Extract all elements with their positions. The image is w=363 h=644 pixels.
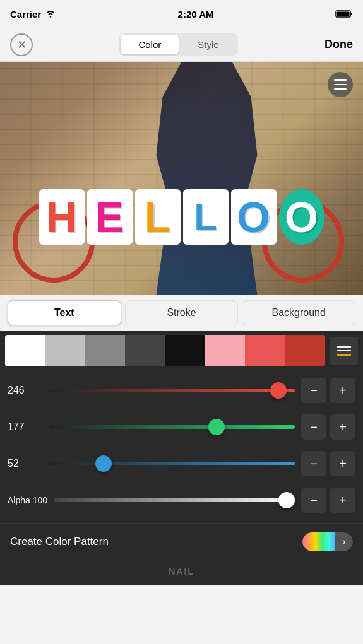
person-silhouette (144, 62, 270, 295)
alpha-slider-track-container[interactable] (54, 486, 295, 514)
toolbar: ✕ Color Style Done (0, 28, 363, 62)
blue-increment-button[interactable]: + (330, 451, 355, 476)
alpha-slider-track (54, 498, 295, 502)
preview-background: H E L L O O (0, 62, 363, 295)
color-panel: 246 − + 177 − + (0, 331, 363, 585)
swatch-menu-line-1 (337, 346, 351, 348)
tab-stroke[interactable]: Stroke (125, 300, 239, 325)
alpha-decrement-button[interactable]: − (301, 488, 326, 513)
letter-H: H (39, 189, 85, 245)
status-bar-right (335, 9, 353, 18)
green-slider-controls: − + (301, 414, 355, 440)
green-slider-track (49, 425, 295, 429)
letter-L2: O (231, 189, 277, 245)
blue-value-label: 52 (8, 458, 42, 469)
green-value-label: 177 (8, 421, 42, 433)
red-slider-row: 246 − + (8, 374, 355, 407)
create-pattern-label: Create Color Pattern (10, 536, 109, 548)
letter-O: O (279, 189, 324, 245)
color-swatches-row (0, 331, 363, 370)
green-decrement-button[interactable]: − (301, 414, 326, 440)
close-button[interactable]: ✕ (10, 33, 33, 56)
svg-rect-3 (336, 12, 349, 16)
wifi-icon (45, 9, 56, 18)
swatch-mid-gray[interactable] (85, 335, 125, 366)
red-decrement-button[interactable]: − (301, 378, 326, 403)
preview-menu-icon[interactable] (328, 72, 353, 97)
menu-line-2 (334, 84, 347, 85)
red-value-label: 246 (8, 385, 42, 396)
close-icon: ✕ (17, 38, 27, 52)
red-slider-track (49, 389, 295, 392)
segment-tabs: Text Stroke Background (0, 295, 363, 331)
swatch-mid-red[interactable] (245, 335, 285, 366)
alpha-slider-thumb[interactable] (278, 492, 295, 508)
blue-slider-controls: − + (301, 451, 355, 476)
battery-icon (335, 9, 353, 18)
swatch-white[interactable] (5, 335, 45, 366)
green-slider-row: 177 − + (8, 411, 355, 443)
blue-slider-thumb[interactable] (95, 455, 112, 472)
swatch-menu-accent (337, 354, 351, 356)
swatch-black[interactable] (165, 335, 205, 366)
status-bar-time: 2:20 AM (178, 9, 214, 20)
swatch-menu-button[interactable] (330, 337, 358, 365)
swatch-dark-gray[interactable] (125, 335, 165, 366)
letter-dash: L (183, 189, 229, 245)
done-button[interactable]: Done (324, 38, 353, 51)
green-increment-button[interactable]: + (330, 414, 355, 440)
blue-decrement-button[interactable]: − (301, 451, 326, 476)
menu-line-1 (334, 79, 347, 81)
slider-section: 246 − + 177 − + (0, 370, 363, 523)
swatch-light-pink[interactable] (205, 335, 245, 366)
letter-E: E (87, 189, 133, 245)
blue-slider-track (49, 462, 295, 465)
red-slider-thumb[interactable] (270, 382, 287, 399)
preview-area: H E L L O O (0, 62, 363, 295)
alpha-slider-row: Alpha 100 − + (8, 484, 355, 517)
alpha-increment-button[interactable]: + (330, 488, 355, 513)
green-slider-track-container[interactable] (49, 413, 295, 441)
arrow-icon: › (335, 532, 353, 551)
tab-style[interactable]: Style (180, 35, 236, 54)
create-pattern-button[interactable]: › (302, 532, 353, 551)
watermark: NAIL (0, 560, 363, 585)
letter-L1: L (135, 189, 181, 245)
segmented-control: Color Style (119, 33, 237, 56)
swatch-menu-line-2 (337, 350, 351, 352)
menu-line-3 (334, 88, 347, 90)
create-pattern-row: Create Color Pattern › (0, 523, 363, 560)
hello-text: H E L L O O (39, 189, 324, 245)
alpha-label: Alpha 100 (8, 495, 47, 505)
red-increment-button[interactable]: + (330, 378, 355, 403)
svg-point-0 (50, 16, 52, 18)
red-slider-track-container[interactable] (49, 377, 295, 404)
alpha-slider-controls: − + (301, 488, 355, 513)
tab-background[interactable]: Background (242, 300, 355, 325)
svg-rect-2 (350, 13, 352, 15)
status-bar-left: Carrier (10, 9, 56, 20)
blue-slider-track-container[interactable] (49, 450, 295, 477)
blue-slider-row: 52 − + (8, 447, 355, 480)
status-bar: Carrier 2:20 AM (0, 0, 363, 28)
swatch-dark-red[interactable] (285, 335, 325, 366)
gradient-pill (302, 532, 335, 551)
watermark-text: NAIL (169, 566, 194, 577)
green-slider-thumb[interactable] (208, 419, 225, 435)
carrier-label: Carrier (10, 9, 41, 20)
red-slider-controls: − + (301, 378, 355, 403)
swatch-light-gray[interactable] (45, 335, 85, 366)
tab-color[interactable]: Color (121, 35, 179, 54)
tab-text[interactable]: Text (8, 300, 121, 325)
